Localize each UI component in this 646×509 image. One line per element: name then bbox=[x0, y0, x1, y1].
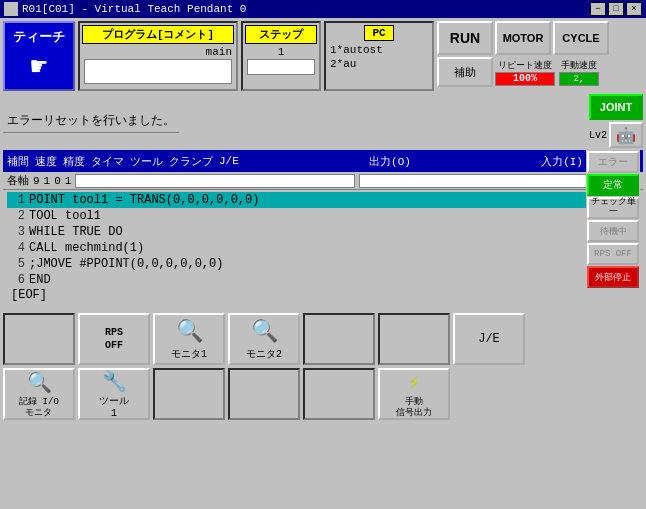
col-tool: ツール bbox=[130, 154, 163, 169]
program-bracket bbox=[84, 59, 232, 84]
col-je: J/E bbox=[219, 155, 239, 167]
main-area: ティーチ ☛ プログラム[コメント] main ステップ 1 bbox=[0, 18, 646, 423]
monitor2-icon: 🔍 bbox=[251, 318, 278, 345]
repeat-speed-label: リピート速度 bbox=[498, 59, 552, 72]
io-monitor-label: 記録 I/Oモニタ bbox=[19, 397, 59, 419]
empty-btn-5 bbox=[228, 368, 300, 420]
pc-lines: 1*autost 2*au bbox=[328, 41, 430, 73]
repeat-speed-bar: 100% bbox=[495, 72, 555, 86]
code-line-5: 5 ;JMOVE #PPOINT(0,0,0,0,0,0) bbox=[7, 256, 639, 272]
manual-speed-bar: 2, bbox=[559, 72, 599, 86]
empty-btn-2 bbox=[303, 313, 375, 365]
pc-line-2: 2*au bbox=[330, 57, 428, 71]
sidebar-check-btn[interactable]: チェック単一 bbox=[587, 197, 639, 219]
empty-btn-4 bbox=[153, 368, 225, 420]
joint-button[interactable]: JOINT bbox=[589, 94, 643, 120]
window-title: R01[C01] - Virtual Teach Pendant 0 bbox=[22, 3, 246, 15]
monitor2-button[interactable]: 🔍 モニタ2 bbox=[228, 313, 300, 365]
cycle-button[interactable]: CYCLE bbox=[553, 21, 609, 55]
step-bracket bbox=[247, 59, 315, 75]
program-box-content: main bbox=[82, 44, 234, 87]
manual-signal-label: 手動信号出力 bbox=[396, 397, 432, 419]
teach-label: ティーチ bbox=[13, 28, 65, 46]
col-input: 入力(I) bbox=[541, 154, 583, 169]
step-box: ステップ 1 bbox=[241, 21, 321, 91]
maximize-button[interactable]: □ bbox=[608, 2, 624, 16]
joint-area: JOINT Lv2 🤖 bbox=[589, 94, 643, 148]
code-line-4: 4 CALL mechmind(1) bbox=[7, 240, 639, 256]
axis-v1: 9 bbox=[33, 175, 40, 187]
bottom-btn-row: 補助 リピート速度 100% 手動速度 2, bbox=[437, 57, 643, 87]
run-button[interactable]: RUN bbox=[437, 21, 493, 55]
code-line-1: 1 POINT tool1 = TRANS(0,0,0,0,0,0) bbox=[7, 192, 639, 208]
sidebar-normal-btn[interactable]: 定常 bbox=[587, 174, 639, 196]
hosho-button[interactable]: 補助 bbox=[437, 57, 493, 87]
teach-button[interactable]: ティーチ ☛ bbox=[3, 21, 75, 91]
step-content: 1 bbox=[245, 44, 317, 87]
sidebar-standby-btn[interactable]: 待機中 bbox=[587, 220, 639, 242]
program-box: プログラム[コメント] main bbox=[78, 21, 238, 91]
empty-btn-6 bbox=[303, 368, 375, 420]
toolbar: ティーチ ☛ プログラム[コメント] main ステップ 1 bbox=[3, 21, 643, 91]
bottom-toolbar-row2: 🔍 記録 I/Oモニタ 🔧 ツール1 ⚡ 手動信号出力 bbox=[3, 368, 643, 420]
monitor1-label: モニタ1 bbox=[171, 347, 207, 361]
code-line-2: 2 TOOL tool1 bbox=[7, 208, 639, 224]
motor-button[interactable]: MOTOR bbox=[495, 21, 551, 55]
window-controls: − □ × bbox=[590, 2, 642, 16]
sidebar-stop-btn[interactable]: 外部停止 bbox=[587, 266, 639, 288]
io-monitor-button[interactable]: 🔍 記録 I/Oモニタ bbox=[3, 368, 75, 420]
status-row: 補間 速度 精度 タイマ ツール クランプ J/E 出力(O) 入力(I) 16… bbox=[3, 150, 643, 172]
axis-v4: 1 bbox=[65, 175, 72, 187]
minimize-button[interactable]: − bbox=[590, 2, 606, 16]
manual-signal-icon: ⚡ bbox=[408, 370, 420, 395]
empty-btn-1 bbox=[3, 313, 75, 365]
axis-label: 各軸 bbox=[7, 173, 29, 188]
hand-icon: ☛ bbox=[31, 50, 48, 84]
error-area: エラーリセットを行いました。 JOINT Lv2 🤖 bbox=[3, 94, 643, 148]
main-content-area: 補間 速度 精度 タイマ ツール クランプ J/E 出力(O) 入力(I) 16… bbox=[3, 150, 643, 310]
monitor1-icon: 🔍 bbox=[176, 318, 203, 345]
axis-v2: 1 bbox=[44, 175, 51, 187]
tool1-button[interactable]: 🔧 ツール1 bbox=[78, 368, 150, 420]
col-clamp: クランプ bbox=[169, 154, 213, 169]
je-label: J/E bbox=[478, 332, 500, 346]
col-output: 出力(O) bbox=[369, 154, 411, 169]
axis-row: 各軸 9 1 0 1 bbox=[3, 172, 643, 190]
manual-speed-area: 手動速度 2, bbox=[559, 59, 599, 86]
sidebar-rps-btn[interactable]: RPS OFF bbox=[587, 243, 639, 265]
code-line-3: 3 WHILE TRUE DO bbox=[7, 224, 639, 240]
lv2-label: Lv2 bbox=[589, 130, 607, 141]
code-line-6: 6 END bbox=[7, 272, 639, 288]
rps-off-button[interactable]: RPS OFF bbox=[78, 313, 150, 365]
step-value: 1 bbox=[278, 46, 285, 58]
je-button[interactable]: J/E bbox=[453, 313, 525, 365]
step-box-title: ステップ bbox=[245, 25, 317, 44]
title-bar: R01[C01] - Virtual Teach Pendant 0 − □ × bbox=[0, 0, 646, 18]
bottom-toolbar-row1: RPS OFF 🔍 モニタ1 🔍 モニタ2 J/E bbox=[3, 313, 643, 365]
col-precision: 精度 bbox=[63, 154, 85, 169]
app-icon bbox=[4, 2, 18, 16]
left-content: 補間 速度 精度 タイマ ツール クランプ J/E 出力(O) 入力(I) 16… bbox=[3, 150, 643, 310]
program-box-title: プログラム[コメント] bbox=[82, 25, 234, 44]
tool1-icon: 🔧 bbox=[102, 369, 127, 394]
sidebar-error-btn[interactable]: エラー bbox=[587, 151, 639, 173]
col-speed: 速度 bbox=[35, 154, 57, 169]
monitor1-button[interactable]: 🔍 モニタ1 bbox=[153, 313, 225, 365]
manual-speed-label: 手動速度 bbox=[561, 59, 597, 72]
axis-bracket-1 bbox=[75, 174, 355, 188]
empty-btn-3 bbox=[378, 313, 450, 365]
robot-icon-button[interactable]: 🤖 bbox=[609, 122, 643, 148]
pc-box-title: PC bbox=[364, 25, 394, 41]
code-area: 1 POINT tool1 = TRANS(0,0,0,0,0,0) 2 TOO… bbox=[3, 190, 643, 310]
close-button[interactable]: × bbox=[626, 2, 642, 16]
io-monitor-icon: 🔍 bbox=[27, 370, 52, 395]
eof-line: [EOF] bbox=[7, 288, 639, 302]
right-sidebar: エラー 定常 チェック単一 待機中 RPS OFF 外部停止 bbox=[586, 150, 640, 289]
col-hosho: 補間 bbox=[7, 154, 29, 169]
program-value: main bbox=[84, 46, 232, 58]
monitor2-label: モニタ2 bbox=[246, 347, 282, 361]
col-timer: タイマ bbox=[91, 154, 124, 169]
pc-box: PC 1*autost 2*au bbox=[324, 21, 434, 91]
manual-signal-button[interactable]: ⚡ 手動信号出力 bbox=[378, 368, 450, 420]
axis-v3: 0 bbox=[54, 175, 61, 187]
